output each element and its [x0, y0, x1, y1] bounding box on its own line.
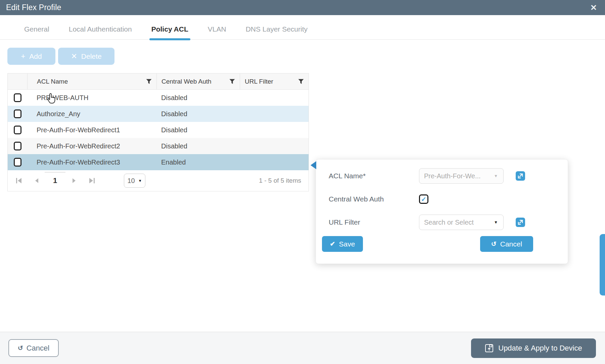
- current-page-indicator: [45, 172, 65, 173]
- central-web-auth-checkbox[interactable]: ✓: [419, 194, 428, 204]
- external-link-icon: [518, 220, 523, 225]
- central-web-auth-cell: Disabled: [156, 126, 240, 134]
- popover-cancel-label: Cancel: [500, 240, 522, 248]
- save-button-label: Save: [339, 240, 355, 248]
- chevron-down-icon: ▼: [488, 220, 503, 225]
- header-checkbox-column: [8, 74, 27, 89]
- acl-name-cell: PRE-WEB-AUTH: [27, 94, 156, 102]
- first-page-icon[interactable]: [15, 177, 24, 184]
- close-icon[interactable]: ✕: [590, 4, 597, 12]
- central-web-auth-cell: Disabled: [156, 110, 240, 118]
- popover-actions: ✔ Save ↺ Cancel: [322, 236, 562, 252]
- url-filter-select[interactable]: Search or Select ▼: [419, 215, 504, 230]
- last-page-icon[interactable]: [87, 177, 96, 184]
- save-button[interactable]: ✔ Save: [322, 236, 363, 252]
- delete-button-label: Delete: [81, 52, 102, 60]
- header-acl-name[interactable]: ACL Name: [27, 74, 156, 89]
- central-web-auth-label: Central Web Auth: [322, 195, 419, 203]
- url-filter-field-row: URL Filter Search or Select ▼: [322, 215, 562, 230]
- acl-table: ACL Name Central Web Auth URL Filter PRE…: [7, 73, 309, 191]
- table-row[interactable]: Pre-Auth-For-WebRedirect1 Disabled: [8, 122, 309, 138]
- row-checkbox[interactable]: [14, 109, 21, 118]
- acl-name-select-value: Pre-Auth-For-We...: [419, 172, 488, 180]
- checkmark-icon: ✓: [421, 195, 426, 203]
- url-filter-placeholder: Search or Select: [419, 219, 488, 226]
- tab-vlan[interactable]: VLAN: [208, 25, 226, 39]
- next-page-icon[interactable]: [69, 177, 78, 184]
- page-size-value: 10: [127, 177, 135, 185]
- table-row[interactable]: Authorize_Any Disabled: [8, 106, 309, 122]
- x-icon: ✕: [71, 52, 77, 61]
- table-row[interactable]: PRE-WEB-AUTH Disabled: [8, 90, 309, 106]
- header-acl-name-label: ACL Name: [37, 78, 68, 85]
- table-row[interactable]: Pre-Auth-For-WebRedirect2 Disabled: [8, 138, 309, 154]
- dialog-title: Edit Flex Profile: [6, 3, 61, 12]
- check-icon: ✔: [330, 241, 335, 247]
- filter-icon[interactable]: [229, 79, 235, 84]
- row-checkbox[interactable]: [14, 158, 21, 167]
- tab-local-authentication[interactable]: Local Authentication: [69, 25, 132, 39]
- dialog-footer: ↺ Cancel Update & Apply to Device: [0, 332, 605, 364]
- acl-name-cell: Pre-Auth-For-WebRedirect3: [27, 158, 156, 166]
- previous-page-icon[interactable]: [33, 177, 41, 184]
- save-disk-icon: [485, 344, 494, 353]
- acl-name-cell: Pre-Auth-For-WebRedirect1: [27, 126, 156, 134]
- update-apply-button[interactable]: Update & Apply to Device: [471, 338, 596, 358]
- filter-icon[interactable]: [146, 79, 152, 84]
- header-central-web-auth-label: Central Web Auth: [161, 78, 212, 85]
- acl-name-external-link-button[interactable]: [516, 171, 525, 181]
- update-apply-label: Update & Apply to Device: [498, 344, 582, 353]
- header-url-filter[interactable]: URL Filter: [240, 74, 309, 89]
- acl-name-field-row: ACL Name* Pre-Auth-For-We... ▼: [322, 168, 562, 184]
- page-size-select[interactable]: 10 ▼: [124, 174, 145, 188]
- pagination-bar: 1 10 ▼ 1 - 5 of 5 items: [8, 170, 309, 191]
- url-filter-label: URL Filter: [322, 218, 419, 226]
- delete-button[interactable]: ✕ Delete: [58, 48, 114, 65]
- acl-edit-popover: ACL Name* Pre-Auth-For-We... ▼ Central W…: [316, 159, 568, 264]
- row-checkbox[interactable]: [14, 142, 21, 150]
- pagination-range-text: 1 - 5 of 5 items: [259, 177, 301, 184]
- acl-name-label: ACL Name*: [322, 172, 419, 180]
- undo-icon: ↺: [491, 241, 497, 247]
- acl-name-select[interactable]: Pre-Auth-For-We... ▼: [419, 168, 504, 184]
- cancel-button[interactable]: ↺ Cancel: [8, 339, 59, 357]
- acl-toolbar: + Add ✕ Delete: [7, 48, 114, 65]
- central-web-auth-field-row: Central Web Auth ✓: [322, 191, 562, 207]
- row-checkbox[interactable]: [14, 126, 21, 134]
- central-web-auth-cell: Enabled: [156, 158, 240, 166]
- filter-icon[interactable]: [298, 79, 304, 84]
- central-web-auth-cell: Disabled: [156, 142, 240, 150]
- current-page-button[interactable]: 1: [47, 176, 63, 185]
- header-central-web-auth[interactable]: Central Web Auth: [156, 74, 240, 89]
- url-filter-external-link-button[interactable]: [516, 218, 525, 227]
- undo-icon: ↺: [18, 345, 23, 351]
- add-button[interactable]: + Add: [7, 48, 55, 65]
- cancel-button-label: Cancel: [27, 344, 49, 353]
- external-link-icon: [518, 173, 523, 179]
- dialog-titlebar: Edit Flex Profile ✕: [0, 0, 605, 15]
- tab-bar: General Local Authentication Policy ACL …: [0, 21, 605, 40]
- tab-general[interactable]: General: [24, 25, 49, 39]
- acl-name-cell: Pre-Auth-For-WebRedirect2: [27, 142, 156, 150]
- add-button-label: Add: [29, 52, 42, 60]
- acl-name-cell: Authorize_Any: [27, 110, 156, 118]
- popover-cancel-button[interactable]: ↺ Cancel: [480, 236, 533, 252]
- plus-icon: +: [21, 52, 25, 61]
- table-row-selected[interactable]: Pre-Auth-For-WebRedirect3 Enabled: [8, 154, 309, 170]
- chevron-down-icon: ▼: [138, 179, 142, 183]
- chevron-down-icon: ▼: [488, 174, 503, 178]
- row-checkbox[interactable]: [14, 93, 21, 102]
- vertical-scrollbar-thumb[interactable]: [600, 234, 605, 295]
- tab-policy-acl[interactable]: Policy ACL: [151, 25, 188, 39]
- current-page-number: 1: [53, 176, 57, 185]
- header-url-filter-label: URL Filter: [245, 78, 273, 85]
- tab-dns-layer-security[interactable]: DNS Layer Security: [246, 25, 308, 39]
- central-web-auth-cell: Disabled: [156, 94, 240, 102]
- table-header-row: ACL Name Central Web Auth URL Filter: [8, 74, 309, 90]
